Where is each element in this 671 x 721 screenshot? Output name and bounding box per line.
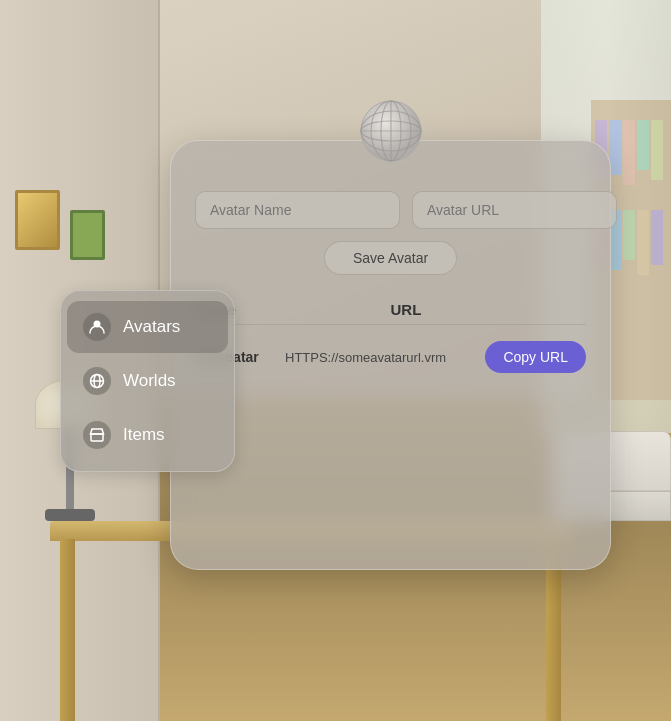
vr-panel: Save Avatar Name URL Someatar HTTPS://so… bbox=[170, 140, 611, 570]
sidebar-item-worlds[interactable]: Worlds bbox=[67, 355, 228, 407]
sidebar-avatars-label: Avatars bbox=[123, 317, 180, 337]
avatar-table: Name URL Someatar HTTPS://someavatarurl.… bbox=[195, 295, 586, 381]
picture-frame-1 bbox=[15, 190, 60, 250]
sidebar-items-label: Items bbox=[123, 425, 165, 445]
worlds-icon bbox=[83, 367, 111, 395]
avatar-url-input[interactable] bbox=[412, 191, 617, 229]
items-icon bbox=[83, 421, 111, 449]
input-row bbox=[195, 191, 586, 229]
svg-rect-11 bbox=[91, 434, 103, 441]
sidebar: Avatars Worlds Items bbox=[60, 290, 235, 472]
table-row: Someatar HTTPS://someavatarurl.vrm Copy … bbox=[195, 333, 586, 381]
panel-content: Save Avatar Name URL Someatar HTTPS://so… bbox=[171, 171, 610, 401]
col-url-header: URL bbox=[391, 301, 587, 318]
avatar-name-input[interactable] bbox=[195, 191, 400, 229]
save-avatar-button[interactable]: Save Avatar bbox=[324, 241, 457, 275]
copy-url-button[interactable]: Copy URL bbox=[485, 341, 586, 373]
avatar-icon bbox=[83, 313, 111, 341]
sidebar-worlds-label: Worlds bbox=[123, 371, 176, 391]
globe-icon bbox=[356, 96, 426, 166]
row-url: HTTPS://someavatarurl.vrm bbox=[285, 350, 485, 365]
sidebar-item-items[interactable]: Items bbox=[67, 409, 228, 461]
table-header: Name URL bbox=[195, 295, 586, 325]
picture-frame-2 bbox=[70, 210, 105, 260]
sidebar-item-avatars[interactable]: Avatars bbox=[67, 301, 228, 353]
